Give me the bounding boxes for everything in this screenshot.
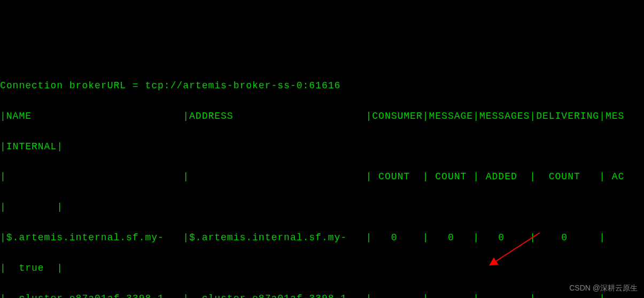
header-row-4: | |	[0, 200, 644, 215]
table-row: | true |	[0, 261, 644, 276]
header-row-3: | | | COUNT | COUNT | ADDED | COUNT | AC	[0, 169, 644, 184]
header-row-1: |NAME |ADDRESS |CONSUMER|MESSAGE|MESSAGE…	[0, 109, 644, 124]
header-row-2: |INTERNAL|	[0, 139, 644, 154]
watermark-text: CSDN @深耕云原生	[569, 282, 638, 294]
connection-line: Connection brokerURL = tcp://artemis-bro…	[0, 78, 644, 93]
terminal-output: Connection brokerURL = tcp://artemis-bro…	[0, 62, 644, 298]
table-row: | cluster.e87a01af-3398-1 | cluster.e87a…	[0, 291, 644, 298]
table-row: |$.artemis.internal.sf.my- |$.artemis.in…	[0, 230, 644, 245]
